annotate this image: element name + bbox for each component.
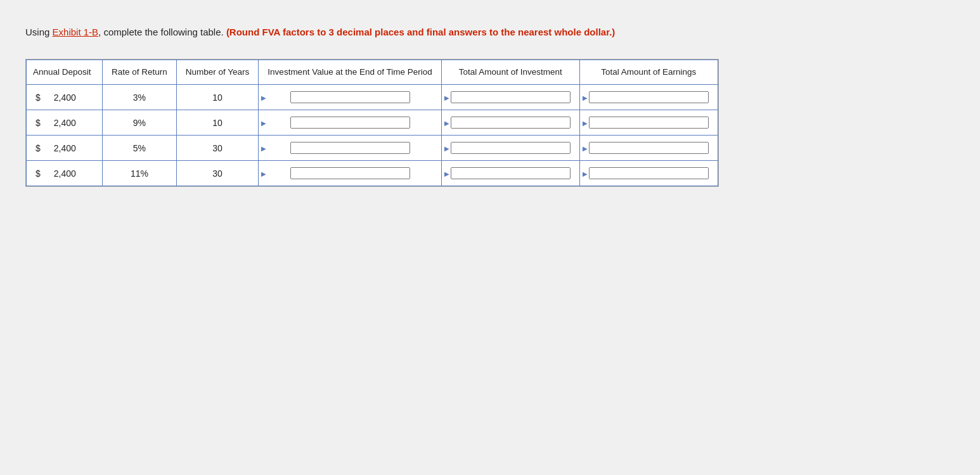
header-investment-value: Investment Value at the End of Time Peri… bbox=[259, 60, 441, 85]
dollar-sign: $ bbox=[35, 92, 41, 103]
total-investment-cell[interactable] bbox=[441, 85, 579, 110]
annual-deposit-cell: $ 2,400 bbox=[27, 110, 103, 136]
header-total-earnings: Total Amount of Earnings bbox=[579, 60, 718, 85]
table-row: $ 2,400 3%10 bbox=[27, 85, 718, 110]
header-rate-of-return: Rate of Return bbox=[103, 60, 177, 85]
dollar-sign: $ bbox=[35, 143, 41, 153]
deposit-amount: 2,400 bbox=[44, 92, 76, 103]
header-number-of-years: Number of Years bbox=[176, 60, 259, 85]
total-earnings-cell[interactable] bbox=[579, 136, 718, 161]
total-earnings-input[interactable] bbox=[589, 117, 709, 129]
total-earnings-input[interactable] bbox=[589, 91, 709, 103]
rate-of-return-cell: 3% bbox=[103, 85, 177, 110]
annual-deposit-cell: $ 2,400 bbox=[27, 136, 103, 161]
financial-table: Annual Deposit Rate of Return Number of … bbox=[26, 60, 718, 187]
table-row: $ 2,400 5%30 bbox=[27, 136, 718, 161]
total-earnings-cell[interactable] bbox=[579, 110, 718, 136]
years-cell: 30 bbox=[176, 161, 259, 186]
annual-deposit-cell: $ 2,400 bbox=[27, 85, 103, 110]
investment-value-cell[interactable] bbox=[259, 161, 441, 186]
investment-value-input[interactable] bbox=[290, 167, 410, 179]
rate-of-return-cell: 5% bbox=[103, 136, 177, 161]
total-earnings-cell[interactable] bbox=[579, 161, 718, 186]
total-investment-input[interactable] bbox=[451, 91, 571, 103]
investment-value-input[interactable] bbox=[290, 142, 410, 154]
header-total-investment: Total Amount of Investment bbox=[441, 60, 579, 85]
bold-instruction: (Round FVA factors to 3 decimal places a… bbox=[226, 27, 615, 37]
rate-of-return-cell: 9% bbox=[103, 110, 177, 136]
total-investment-input[interactable] bbox=[451, 167, 571, 179]
investment-value-input[interactable] bbox=[290, 91, 410, 103]
total-investment-cell[interactable] bbox=[441, 136, 579, 161]
investment-value-cell[interactable] bbox=[259, 136, 441, 161]
dollar-sign: $ bbox=[35, 168, 41, 179]
total-investment-cell[interactable] bbox=[441, 161, 579, 186]
dollar-sign: $ bbox=[35, 118, 41, 128]
investment-value-input[interactable] bbox=[290, 117, 410, 129]
total-investment-cell[interactable] bbox=[441, 110, 579, 136]
total-investment-input[interactable] bbox=[451, 142, 571, 154]
table-row: $ 2,400 11%30 bbox=[27, 161, 718, 186]
header-annual-deposit: Annual Deposit bbox=[27, 60, 103, 85]
total-earnings-input[interactable] bbox=[589, 167, 709, 179]
table-row: $ 2,400 9%10 bbox=[27, 110, 718, 136]
rate-of-return-cell: 11% bbox=[103, 161, 177, 186]
investment-value-cell[interactable] bbox=[259, 85, 441, 110]
instruction-text: Using Exhibit 1-B, complete the followin… bbox=[25, 25, 723, 40]
annual-deposit-cell: $ 2,400 bbox=[27, 161, 103, 186]
deposit-amount: 2,400 bbox=[44, 143, 76, 153]
years-cell: 10 bbox=[176, 110, 259, 136]
total-investment-input[interactable] bbox=[451, 117, 571, 129]
years-cell: 30 bbox=[176, 136, 259, 161]
table-wrapper: Annual Deposit Rate of Return Number of … bbox=[25, 59, 719, 187]
investment-value-cell[interactable] bbox=[259, 110, 441, 136]
deposit-amount: 2,400 bbox=[44, 168, 76, 179]
years-cell: 10 bbox=[176, 85, 259, 110]
total-earnings-input[interactable] bbox=[589, 142, 709, 154]
total-earnings-cell[interactable] bbox=[579, 85, 718, 110]
exhibit-link[interactable]: Exhibit 1-B bbox=[53, 27, 99, 37]
deposit-amount: 2,400 bbox=[44, 118, 76, 128]
